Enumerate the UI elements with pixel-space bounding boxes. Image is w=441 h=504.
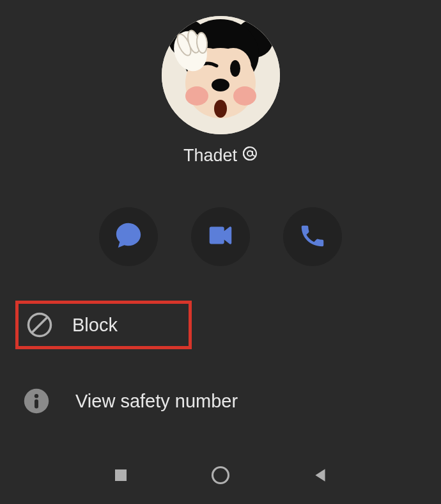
- recent-apps-button[interactable]: [109, 465, 132, 488]
- svg-point-9: [230, 60, 240, 77]
- video-icon: [206, 221, 235, 253]
- svg-point-8: [233, 86, 256, 106]
- video-call-button[interactable]: [191, 207, 250, 266]
- back-button[interactable]: [309, 465, 332, 488]
- svg-point-21: [35, 394, 38, 398]
- svg-point-16: [247, 151, 252, 156]
- avatar[interactable]: [162, 16, 280, 134]
- svg-point-11: [214, 100, 227, 118]
- safety-number-menu-item[interactable]: View safety number: [0, 377, 441, 425]
- at-icon: [242, 146, 258, 166]
- safety-label: View safety number: [75, 391, 238, 412]
- contact-name-text: Thadet: [183, 146, 237, 166]
- phone-icon: [298, 221, 327, 253]
- svg-point-24: [213, 468, 229, 484]
- svg-rect-23: [115, 469, 127, 481]
- svg-point-17: [244, 147, 256, 160]
- svg-line-19: [32, 317, 48, 333]
- svg-point-10: [212, 79, 229, 91]
- circle-icon: [211, 466, 230, 487]
- message-icon: [114, 221, 143, 253]
- info-icon: [23, 388, 50, 414]
- square-icon: [113, 468, 128, 485]
- triangle-back-icon: [312, 467, 329, 486]
- svg-point-7: [185, 86, 208, 106]
- block-label: Block: [72, 315, 118, 336]
- android-nav-bar: [0, 465, 441, 488]
- block-icon: [26, 311, 53, 338]
- contact-name: Thadet: [183, 146, 258, 166]
- message-button[interactable]: [99, 207, 158, 266]
- svg-rect-22: [35, 399, 38, 408]
- block-menu-item[interactable]: Block: [15, 301, 192, 349]
- home-button[interactable]: [209, 465, 232, 488]
- voice-call-button[interactable]: [283, 207, 342, 266]
